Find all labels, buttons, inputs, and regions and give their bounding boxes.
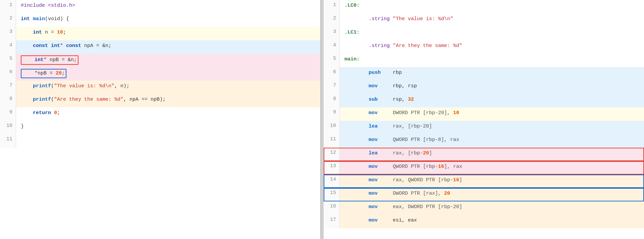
code-row: 17 mov esi, eax xyxy=(324,215,644,228)
code-content: .LC1: xyxy=(340,27,644,40)
line-number: 15 xyxy=(324,188,340,201)
token xyxy=(344,164,369,170)
token: lea xyxy=(369,150,378,156)
line-number: 5 xyxy=(324,54,340,67)
line-number: 14 xyxy=(324,175,340,188)
token: rax, [rbp- xyxy=(378,150,423,156)
token: ( xyxy=(51,83,54,89)
code-row: 7 printf("The value is: %d\n", n); xyxy=(0,81,320,94)
token: mov xyxy=(369,177,378,183)
code-content: int n = 10; xyxy=(16,27,320,40)
line-number: 13 xyxy=(324,161,340,175)
token: ] xyxy=(429,150,432,156)
token: npA = &n; xyxy=(84,43,111,49)
line-number: 16 xyxy=(324,201,340,215)
code-row: 3.LC1: xyxy=(324,27,644,40)
token: } xyxy=(21,124,24,129)
token: ; xyxy=(62,70,65,76)
line-number: 10 xyxy=(324,121,340,134)
token: n = xyxy=(45,30,57,35)
code-content: .string "The value is: %d\n" xyxy=(340,13,644,27)
line-number: 11 xyxy=(0,134,16,148)
token: "The value is: %d\n" xyxy=(54,83,114,89)
token: DWORD PTR [rbp-20], xyxy=(378,110,453,116)
line-number: 10 xyxy=(0,121,16,134)
code-row: 11 mov QWORD PTR [rbp-8], rax xyxy=(324,134,644,148)
code-content: *npB = 20; xyxy=(16,67,320,81)
token: mov xyxy=(369,137,378,143)
token xyxy=(21,43,33,49)
code-content: return 0; xyxy=(16,107,320,121)
token: mov xyxy=(369,191,378,196)
token: * xyxy=(60,43,66,49)
right-code-container: 1.LC0:2 .string "The value is: %d\n"3.LC… xyxy=(324,0,644,228)
line-number: 9 xyxy=(324,107,340,121)
line-number: 1 xyxy=(324,0,340,13)
code-content: int main(void) { xyxy=(16,13,320,27)
token: sub xyxy=(369,97,378,102)
token xyxy=(344,97,369,102)
token: ], rax xyxy=(444,164,462,170)
token: ; xyxy=(63,30,66,35)
token: lea xyxy=(369,124,378,129)
code-content: .string "Are they the same: %d" xyxy=(340,40,644,54)
token: int xyxy=(21,16,33,22)
line-number: 5 xyxy=(0,54,16,67)
token xyxy=(21,83,33,89)
code-content: mov DWORD PTR [rbp-20], 10 xyxy=(340,107,644,121)
token xyxy=(344,204,369,210)
code-row: 10 lea rax, [rbp-20] xyxy=(324,121,644,134)
line-number: 2 xyxy=(0,13,16,27)
code-row: 5main: xyxy=(324,54,644,67)
token: const xyxy=(33,43,51,49)
code-row: 14 mov rax, QWORD PTR [rbp-16] xyxy=(324,175,644,188)
token: 0 xyxy=(54,110,57,116)
line-number: 3 xyxy=(324,27,340,40)
token: mov xyxy=(369,110,378,116)
token: .LC1: xyxy=(344,30,360,35)
token xyxy=(344,83,369,89)
token: "Are they the same: %d" xyxy=(393,43,462,49)
highlight-box: int* npB = &n; xyxy=(21,55,78,65)
code-content: sub rsp, 32 xyxy=(340,94,644,107)
token: rax, [rbp-20] xyxy=(378,124,432,129)
token: "Are they the same: %d" xyxy=(54,97,123,102)
code-row: 5 int* npB = &n; xyxy=(0,54,320,67)
token xyxy=(344,137,369,143)
code-row: 13 mov QWORD PTR [rbp-16], rax xyxy=(324,161,644,175)
token: ] xyxy=(459,177,462,183)
token: main xyxy=(33,16,45,22)
token: (void) { xyxy=(45,16,69,22)
code-row: 10} xyxy=(0,121,320,134)
line-number: 6 xyxy=(324,67,340,81)
code-content: #include <stdio.h> xyxy=(16,0,320,13)
code-row: 12 lea rax, [rbp-20] xyxy=(324,148,644,161)
token xyxy=(22,70,35,76)
token: *npB = xyxy=(35,70,56,76)
line-number: 4 xyxy=(324,40,340,54)
left-pane: 1#include <stdio.h>2int main(void) {3 in… xyxy=(0,0,321,239)
token xyxy=(22,57,35,63)
line-number: 11 xyxy=(324,134,340,148)
code-content: .LC0: xyxy=(340,0,644,13)
code-content: mov esi, eax xyxy=(340,215,644,228)
code-row: 1#include <stdio.h> xyxy=(0,0,320,13)
token: 16 xyxy=(453,177,459,183)
code-row: 11 xyxy=(0,134,320,148)
code-content: mov DWORD PTR [rax], 20 xyxy=(340,188,644,201)
code-content: lea rax, [rbp-20] xyxy=(340,148,644,161)
token: mov xyxy=(369,218,378,223)
token: , n); xyxy=(114,83,129,89)
code-row: 3 int n = 10; xyxy=(0,27,320,40)
token: rbp, rsp xyxy=(378,83,417,89)
token: #include <stdio.h> xyxy=(21,3,75,8)
token xyxy=(344,191,369,196)
code-content: } xyxy=(16,121,320,134)
code-content: int* npB = &n; xyxy=(16,54,320,67)
code-row: 15 mov DWORD PTR [rax], 20 xyxy=(324,188,644,201)
line-number: 8 xyxy=(0,94,16,107)
pane-divider xyxy=(321,0,324,239)
token: printf xyxy=(33,97,51,102)
code-row: 4 .string "Are they the same: %d" xyxy=(324,40,644,54)
token: 20 xyxy=(444,191,450,196)
